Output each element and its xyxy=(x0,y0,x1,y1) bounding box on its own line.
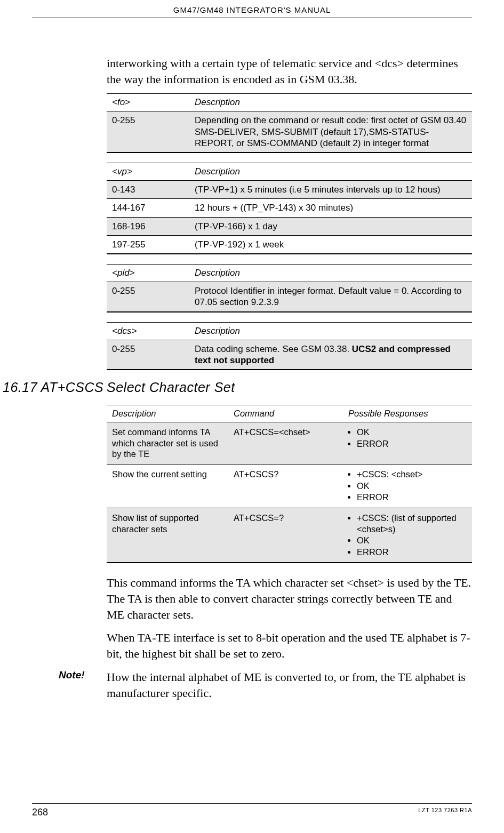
content-area: interworking with a certain type of tele… xyxy=(107,55,472,701)
cell-description: Show the current setting xyxy=(107,464,228,508)
cell-desc: Data coding scheme. See GSM 03.38. UCS2 … xyxy=(189,340,472,370)
col-desc: Description xyxy=(189,265,472,282)
response-list: OK ERROR xyxy=(348,427,468,449)
intro-paragraph: interworking with a certain type of tele… xyxy=(107,55,472,87)
list-item: ERROR xyxy=(357,492,468,503)
section-number: 16.17 AT+CSCS xyxy=(3,380,103,395)
page-number: 268 xyxy=(32,807,48,818)
cell-responses: +CSCS: <chset> OK ERROR xyxy=(343,464,472,508)
cell-key: 168-196 xyxy=(107,217,189,235)
list-item: OK xyxy=(357,427,468,438)
col-desc: Description xyxy=(189,322,472,340)
col-desc: Description xyxy=(189,94,472,111)
cell-command: AT+CSCS? xyxy=(228,464,343,508)
cell-key: 144-167 xyxy=(107,199,189,217)
cell-description: Set command informs TA which character s… xyxy=(107,422,228,464)
section-heading: 16.17 AT+CSCS Select Character Set xyxy=(107,380,472,395)
col-key: <dcs> xyxy=(107,322,189,340)
cell-key: 0-255 xyxy=(107,282,189,312)
pid-table: <pid> Description 0-255 Protocol Identif… xyxy=(107,264,472,313)
col-key: <fo> xyxy=(107,94,189,111)
table-row: Set command informs TA which character s… xyxy=(107,422,472,464)
note-block: Note! How the internal alphabet of ME is… xyxy=(107,669,472,701)
note-text: How the internal alphabet of ME is conve… xyxy=(107,669,472,701)
list-item: ERROR xyxy=(357,547,468,558)
cell-command: AT+CSCS=? xyxy=(228,508,343,563)
col-key: <vp> xyxy=(107,163,189,181)
table-header-row: <pid> Description xyxy=(107,265,472,282)
list-item: +CSCS: <chset> xyxy=(357,469,468,480)
table-row: 0-143 (TP-VP+1) x 5 minutes (i.e 5 minut… xyxy=(107,181,472,199)
cell-command: AT+CSCS=<chset> xyxy=(228,422,343,464)
doc-id: LZT 123 7263 R1A xyxy=(418,807,472,818)
table-header-row: Description Command Possible Responses xyxy=(107,405,472,422)
footer-rule xyxy=(32,803,472,804)
vp-table: <vp> Description 0-143 (TP-VP+1) x 5 min… xyxy=(107,163,472,254)
list-item: OK xyxy=(357,480,468,492)
col-command: Command xyxy=(228,405,343,422)
table-row: 168-196 (TP-VP-166) x 1 day xyxy=(107,217,472,235)
table-row: Show the current setting AT+CSCS? +CSCS:… xyxy=(107,464,472,508)
footer-row: 268 LZT 123 7263 R1A xyxy=(32,807,472,818)
response-list: +CSCS: <chset> OK ERROR xyxy=(348,469,468,503)
cell-responses: OK ERROR xyxy=(343,422,472,464)
list-item: OK xyxy=(357,535,468,546)
cell-description: Show list of supported character sets xyxy=(107,508,228,563)
cell-responses: +CSCS: (list of supported <chset>s) OK E… xyxy=(343,508,472,563)
section-title: Select Character Set xyxy=(107,380,472,395)
col-key: <pid> xyxy=(107,265,189,282)
cell-key: 0-255 xyxy=(107,340,189,370)
note-label: Note! xyxy=(59,669,85,681)
cell-key: 0-143 xyxy=(107,181,189,199)
cell-desc: (TP-VP+1) x 5 minutes (i.e 5 minutes int… xyxy=(189,181,472,199)
table-row: 0-255 Protocol Identifier in integer for… xyxy=(107,282,472,312)
header-title: GM47/GM48 INTEGRATOR'S MANUAL xyxy=(0,0,504,18)
table-row: 197-255 (TP-VP-192) x 1 week xyxy=(107,235,472,254)
dcs-table: <dcs> Description 0-255 Data coding sche… xyxy=(107,322,472,371)
header-rule xyxy=(32,18,472,18)
table-header-row: <dcs> Description xyxy=(107,322,472,340)
col-responses: Possible Responses xyxy=(343,405,472,422)
list-item: +CSCS: (list of supported <chset>s) xyxy=(357,512,468,534)
cell-key: 0-255 xyxy=(107,111,189,153)
table-header-row: <vp> Description xyxy=(107,163,472,181)
table-header-row: <fo> Description xyxy=(107,94,472,111)
body-paragraph-2: When TA-TE interface is set to 8-bit ope… xyxy=(107,630,472,661)
response-list: +CSCS: (list of supported <chset>s) OK E… xyxy=(348,512,468,558)
col-desc: Description xyxy=(189,163,472,181)
cell-desc: (TP-VP-192) x 1 week xyxy=(189,235,472,254)
dcs-prefix: Data coding scheme. See GSM 03.38. xyxy=(195,344,352,354)
fo-table: <fo> Description 0-255 Depending on the … xyxy=(107,93,472,153)
cell-desc: Protocol Identifier in integer format. D… xyxy=(189,282,472,312)
col-description: Description xyxy=(107,405,228,422)
table-row: 0-255 Depending on the command or result… xyxy=(107,111,472,153)
page: GM47/GM48 INTEGRATOR'S MANUAL interworki… xyxy=(0,0,504,833)
table-row: 144-167 12 hours + ((TP_VP-143) x 30 min… xyxy=(107,199,472,217)
cell-desc: 12 hours + ((TP_VP-143) x 30 minutes) xyxy=(189,199,472,217)
cell-desc: Depending on the command or result code:… xyxy=(189,111,472,153)
table-row: Show list of supported character sets AT… xyxy=(107,508,472,563)
table-row: 0-255 Data coding scheme. See GSM 03.38.… xyxy=(107,340,472,370)
cscs-command-table: Description Command Possible Responses S… xyxy=(107,405,472,563)
cell-desc: (TP-VP-166) x 1 day xyxy=(189,217,472,235)
footer: 268 LZT 123 7263 R1A xyxy=(0,803,504,818)
cell-key: 197-255 xyxy=(107,235,189,254)
body-paragraph-1: This command informs the TA which charac… xyxy=(107,575,472,622)
list-item: ERROR xyxy=(357,438,468,450)
